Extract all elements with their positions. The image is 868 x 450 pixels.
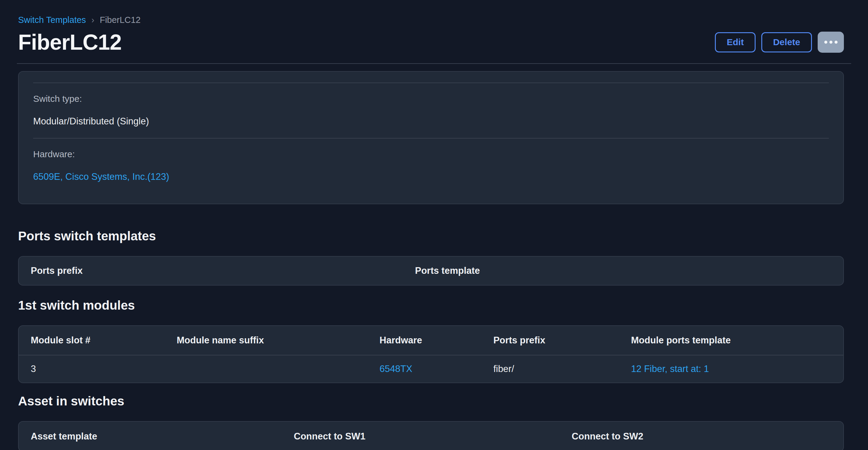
module-ports-template-link[interactable]: 12 Fiber, start at: 1	[631, 363, 709, 374]
page-title: FiberLC12	[18, 30, 121, 55]
delete-button[interactable]: Delete	[761, 32, 812, 53]
column-header-connect-to-sw1: Connect to SW1	[282, 431, 560, 442]
section-heading-1st-switch-modules: 1st switch modules	[18, 298, 844, 313]
breadcrumb-current: FiberLC12	[100, 15, 141, 25]
column-header-module-ports-template: Module ports template	[619, 335, 843, 346]
breadcrumb-separator: ›	[91, 15, 94, 25]
ports-templates-table: Ports prefix Ports template	[18, 256, 844, 286]
switch-modules-table: Module slot # Module name suffix Hardwar…	[18, 325, 844, 383]
column-header-connect-to-sw2: Connect to SW2	[560, 431, 843, 442]
table-row: 3 6548TX fiber/ 12 Fiber, start at: 1	[19, 355, 843, 383]
table-header-row: Asset template Connect to SW1 Connect to…	[19, 422, 843, 450]
title-row: FiberLC12 Edit Delete	[18, 30, 844, 54]
ellipsis-icon	[824, 41, 827, 44]
column-header-ports-template: Ports template	[403, 265, 843, 276]
breadcrumb: Switch Templates › FiberLC12	[18, 14, 844, 25]
column-header-ports-prefix: Ports prefix	[481, 335, 619, 346]
edit-button[interactable]: Edit	[715, 32, 755, 53]
column-header-module-slot: Module slot #	[19, 335, 164, 346]
hardware-link[interactable]: 6509E, Cisco Systems, Inc.(123)	[33, 171, 169, 182]
section-heading-ports-switch-templates: Ports switch templates	[18, 229, 844, 244]
column-header-ports-prefix: Ports prefix	[19, 265, 403, 276]
ellipsis-icon	[835, 41, 838, 44]
section-heading-asset-in-switches: Asset in switches	[18, 394, 844, 409]
switch-template-detail-page: Switch Templates › FiberLC12 FiberLC12 E…	[0, 0, 868, 450]
table-header-row: Ports prefix Ports template	[19, 257, 843, 285]
more-actions-button[interactable]	[818, 32, 844, 53]
ellipsis-icon	[830, 41, 832, 44]
breadcrumb-link-switch-templates[interactable]: Switch Templates	[18, 15, 86, 25]
page-actions: Edit Delete	[715, 32, 844, 53]
field-switch-type: Switch type: Modular/Distributed (Single…	[33, 83, 829, 138]
field-label: Hardware:	[33, 149, 829, 160]
module-hardware-link[interactable]: 6548TX	[379, 363, 412, 374]
column-header-module-name-suffix: Module name suffix	[164, 335, 367, 346]
asset-in-switches-table: Asset template Connect to SW1 Connect to…	[18, 421, 844, 450]
cell-ports-prefix: fiber/	[481, 363, 619, 375]
table-header-row: Module slot # Module name suffix Hardwar…	[19, 326, 843, 355]
header-divider	[17, 63, 851, 64]
cell-module-slot: 3	[19, 363, 164, 375]
details-card: Switch type: Modular/Distributed (Single…	[18, 71, 844, 204]
field-hardware: Hardware: 6509E, Cisco Systems, Inc.(123…	[33, 138, 829, 193]
column-header-asset-template: Asset template	[19, 431, 282, 442]
column-header-hardware: Hardware	[367, 335, 481, 346]
field-label: Switch type:	[33, 93, 829, 104]
field-value: Modular/Distributed (Single)	[33, 116, 829, 127]
